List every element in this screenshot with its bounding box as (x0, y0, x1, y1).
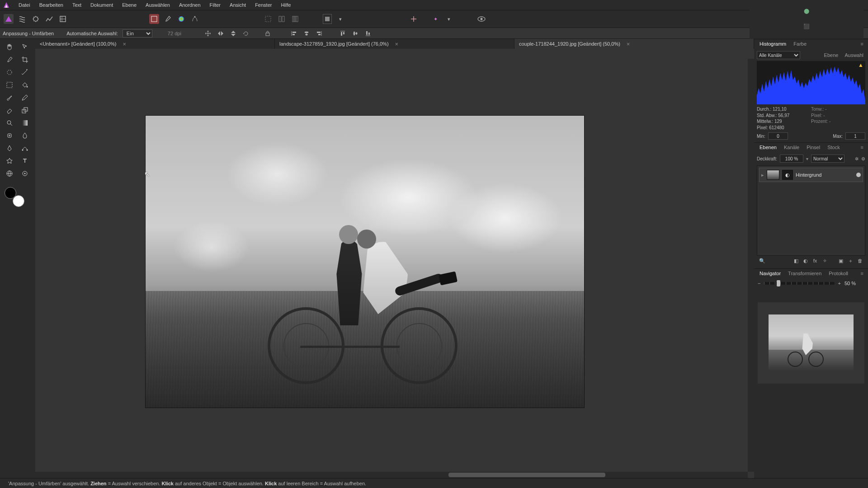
opacity-input[interactable] (780, 155, 803, 163)
tool-pen-icon[interactable] (2, 142, 17, 155)
menu-filter[interactable]: Filter (205, 0, 225, 10)
menu-datei[interactable]: Datei (14, 0, 35, 10)
menu-ansicht[interactable]: Ansicht (225, 0, 250, 10)
canvas-image[interactable] (146, 116, 584, 408)
chevron-down-icon[interactable]: ▾ (335, 14, 345, 24)
menu-hilfe[interactable]: Hilfe (276, 0, 295, 10)
layer-fx-add-icon[interactable]: fx (811, 257, 819, 264)
tab-histogram[interactable]: Histogramm (757, 40, 789, 47)
foreground-color-swatch[interactable] (5, 187, 16, 199)
tool-flood-icon[interactable] (17, 79, 33, 91)
tab-color[interactable]: Farbe (791, 40, 809, 47)
assistant-icon[interactable]: ✦ (430, 14, 440, 24)
tab-navigator[interactable]: Navigator (757, 270, 783, 277)
tool-eraser-icon[interactable] (2, 104, 17, 117)
close-icon[interactable]: × (395, 41, 399, 47)
blendmode-dropdown[interactable]: Normal (811, 155, 844, 163)
eyedropper-icon[interactable] (163, 14, 173, 24)
align-top-icon[interactable] (339, 29, 347, 38)
tool-brush-icon[interactable] (2, 91, 17, 104)
cloud-1-icon[interactable]: ⬤ (802, 6, 811, 16)
tool-marquee-icon[interactable] (2, 79, 17, 91)
align-left-icon[interactable] (290, 29, 298, 38)
snapping-icon[interactable] (409, 14, 419, 24)
persona-tonemap-icon[interactable] (44, 14, 54, 24)
max-input[interactable] (845, 132, 865, 140)
tool-mesh-icon[interactable] (2, 167, 17, 180)
arrange-grid3-icon[interactable] (290, 14, 300, 24)
color-wheel-icon[interactable] (176, 14, 186, 24)
layer-group-icon[interactable]: ▣ (837, 257, 844, 264)
scrollbar-horizontal[interactable] (35, 472, 748, 478)
persona-liquify-icon[interactable] (17, 14, 27, 24)
quickmask-icon[interactable] (323, 14, 332, 24)
tool-gradient-icon[interactable] (17, 117, 33, 129)
zoom-out-icon[interactable]: − (758, 281, 760, 286)
tab-channels[interactable]: Kanäle (781, 144, 802, 151)
layers-list[interactable]: ▸ ◐ Hintergrund (757, 165, 865, 256)
tool-node-icon[interactable] (17, 142, 33, 155)
tool-hand-icon[interactable] (2, 41, 17, 53)
layer-visibility-toggle[interactable] (856, 173, 861, 177)
layer-adjust-icon[interactable]: ◐ (802, 257, 809, 264)
layer-thumbnail[interactable] (767, 170, 779, 180)
zoom-in-icon[interactable]: + (838, 281, 841, 286)
channel-dropdown[interactable]: Alle Kanäle (757, 51, 800, 59)
tab-stock[interactable]: Stock (825, 144, 843, 151)
layer-live-icon[interactable]: ✧ (821, 257, 828, 264)
tool-crop-icon[interactable] (17, 53, 33, 66)
tool-clone-icon[interactable] (17, 104, 33, 117)
layer-delete-icon[interactable]: 🗑 (856, 257, 863, 264)
tool-shape-icon[interactable] (2, 155, 17, 167)
tool-selection-brush-icon[interactable] (2, 66, 17, 79)
arrange-grid2-icon[interactable] (277, 14, 287, 24)
layer-expand-icon[interactable]: ▸ (761, 172, 764, 178)
panel-menu-icon[interactable]: ≡ (859, 145, 865, 150)
align-right-icon[interactable] (315, 29, 323, 38)
histogram-source-selection[interactable]: Auswahl (843, 52, 865, 58)
selection-rect-icon[interactable] (149, 14, 159, 24)
tab-transform[interactable]: Transformieren (785, 270, 824, 277)
transform-move-icon[interactable] (204, 29, 212, 38)
layer-add-icon[interactable]: ＋ (847, 257, 854, 264)
document-tab[interactable]: <Unbenannt> [Geändert] (100,0%) × (35, 39, 275, 49)
tool-target-icon[interactable] (17, 167, 33, 180)
scrollbar-vertical[interactable] (748, 59, 754, 472)
persona-photo-icon[interactable] (4, 14, 14, 24)
layer-mask-thumbnail[interactable]: ◐ (782, 170, 793, 180)
menu-anordnen[interactable]: Anordnen (175, 0, 205, 10)
tool-pencil-icon[interactable] (17, 91, 33, 104)
menu-text[interactable]: Text (68, 0, 86, 10)
align-center-h-icon[interactable] (302, 29, 311, 38)
document-tab[interactable]: couple-1718244_1920.jpg [Geändert] (50,0… (514, 39, 754, 49)
document-tab[interactable]: landscape-3127859_1920.jpg [Geändert] (7… (275, 39, 514, 49)
color-swatch[interactable] (5, 187, 24, 207)
chevron-down-icon[interactable]: ▾ (444, 14, 454, 24)
persona-export-icon[interactable] (58, 14, 68, 24)
histogram-source-layer[interactable]: Ebene (822, 52, 840, 58)
zoom-slider[interactable] (764, 282, 834, 285)
layer-search-icon[interactable]: 🔍 (759, 257, 766, 264)
layer-gear-icon[interactable]: ⚙ (861, 156, 865, 161)
transform-flip-v-icon[interactable] (229, 29, 237, 38)
cloud-2-icon[interactable]: ⬛ (802, 21, 811, 31)
transform-rotate-icon[interactable] (242, 29, 250, 38)
autocolor-icon[interactable] (190, 14, 200, 24)
align-center-v-icon[interactable] (351, 29, 359, 38)
lock-children-icon[interactable] (264, 29, 272, 38)
panel-menu-icon[interactable]: ≡ (859, 41, 865, 47)
layer-name[interactable]: Hintergrund (796, 172, 854, 178)
tool-zoom-icon[interactable] (2, 117, 17, 129)
canvas-viewport[interactable]: ↖ (35, 49, 754, 478)
menu-bearbeiten[interactable]: Bearbeiten (35, 0, 68, 10)
layer-row[interactable]: ▸ ◐ Hintergrund (759, 168, 863, 182)
tool-healing-icon[interactable] (2, 129, 17, 142)
warning-icon[interactable]: ▲ (858, 62, 863, 68)
menu-auswaehlen[interactable]: Auswählen (141, 0, 175, 10)
menu-fenster[interactable]: Fenster (250, 0, 276, 10)
tool-blur-icon[interactable] (17, 129, 33, 142)
menu-ebene[interactable]: Ebene (118, 0, 141, 10)
auto-select-dropdown[interactable]: Ein (123, 29, 152, 38)
min-input[interactable] (768, 132, 788, 140)
close-icon[interactable]: × (123, 41, 126, 47)
